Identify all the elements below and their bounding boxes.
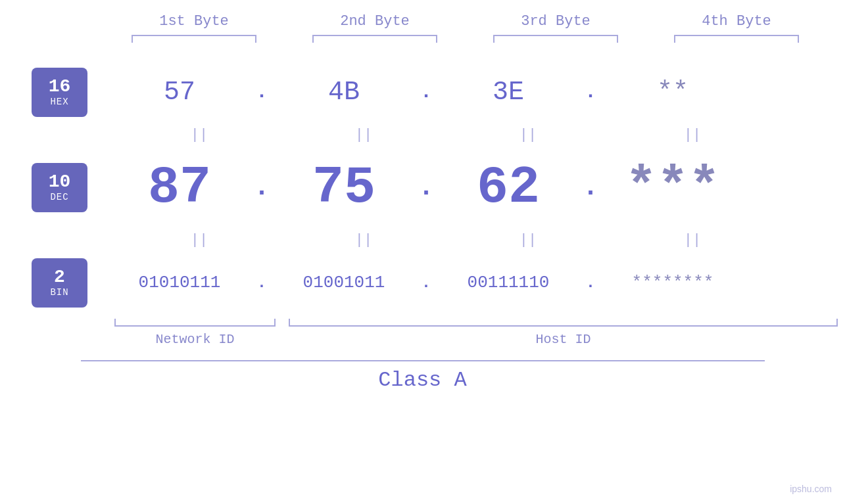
hex-byte2-value: 4B [328, 78, 360, 107]
network-id-label: Network ID [114, 332, 276, 347]
bottom-brackets [114, 319, 838, 327]
byte1-label: 1st Byte [122, 13, 266, 30]
bin-badge-label: BIN [50, 287, 68, 298]
hex-badge: 16 HEX [32, 68, 87, 117]
top-brackets [104, 35, 827, 43]
bracket-gap [276, 319, 289, 327]
bin-values: 01010111 . 01001011 . 00111110 . *******… [107, 273, 845, 292]
id-labels: Network ID Host ID [114, 332, 838, 347]
byte3-label: 3rd Byte [483, 13, 628, 30]
dec-byte2-value: 75 [312, 158, 375, 218]
hex-byte3-cell: 3E [436, 78, 581, 107]
eq2-b2: || [291, 232, 436, 248]
dec-byte4-cell: *** [600, 158, 745, 218]
dec-byte1-value: 87 [148, 158, 211, 218]
hex-dot2: . [416, 81, 436, 103]
bin-dot2: . [416, 274, 436, 292]
watermark: ipshu.com [790, 484, 832, 494]
dec-badge: 10 DEC [32, 163, 87, 212]
dec-dot1: . [252, 173, 272, 202]
hex-row: 16 HEX 57 . 4B . 3E . ** [0, 62, 845, 122]
bottom-bracket-area: Network ID Host ID [114, 319, 838, 347]
bin-byte1-cell: 01010111 [107, 273, 252, 292]
bin-badge: 2 BIN [32, 258, 87, 308]
dec-dot3: . [581, 173, 600, 202]
bin-byte3-cell: 00111110 [436, 273, 581, 292]
hex-byte2-cell: 4B [272, 78, 416, 107]
bin-byte4-value: ******** [632, 273, 714, 292]
eq1-b1: || [127, 127, 272, 143]
hex-badge-number: 16 [49, 77, 71, 97]
network-bracket [114, 319, 276, 327]
byte4-label: 4th Byte [664, 13, 809, 30]
hex-byte4-cell: ** [600, 78, 745, 107]
equals-row-2: || || || || [0, 227, 845, 253]
host-id-label: Host ID [289, 332, 838, 347]
equals-area-1: || || || || [127, 127, 845, 143]
dec-badge-number: 10 [49, 172, 71, 193]
hex-values: 57 . 4B . 3E . ** [107, 78, 845, 107]
dec-row: 10 DEC 87 . 75 . 62 . *** [0, 148, 845, 227]
dec-badge-label: DEC [50, 192, 68, 202]
bin-byte4-cell: ******** [600, 273, 745, 292]
bin-byte2-cell: 01001011 [272, 273, 416, 292]
bin-badge-number: 2 [54, 267, 65, 288]
byte2-label: 2nd Byte [302, 13, 447, 30]
hex-dot1: . [252, 81, 272, 103]
host-bracket [289, 319, 838, 327]
class-label: Class A [81, 368, 765, 392]
hex-byte4-value: ** [657, 78, 688, 107]
hex-byte1-cell: 57 [107, 78, 252, 107]
eq2-b3: || [456, 232, 600, 248]
main-container: 1st Byte 2nd Byte 3rd Byte 4th Byte 16 H… [0, 0, 845, 504]
bin-byte2-value: 01001011 [303, 273, 385, 292]
dec-dot2: . [416, 173, 436, 202]
hex-byte1-value: 57 [164, 78, 195, 107]
class-line [81, 360, 765, 361]
hex-badge-label: HEX [50, 97, 68, 107]
bracket-byte3 [493, 35, 618, 43]
hex-dot3: . [581, 81, 600, 103]
eq1-b4: || [620, 127, 765, 143]
eq1-b2: || [291, 127, 436, 143]
bracket-byte4 [674, 35, 799, 43]
bracket-byte2 [312, 35, 437, 43]
hex-byte3-value: 3E [493, 78, 524, 107]
equals-area-2: || || || || [127, 232, 845, 248]
bin-byte3-value: 00111110 [468, 273, 550, 292]
bracket-byte1 [132, 35, 256, 43]
dec-values: 87 . 75 . 62 . *** [107, 158, 845, 218]
bin-row: 2 BIN 01010111 . 01001011 . 00111110 . *… [0, 253, 845, 312]
dec-byte3-value: 62 [477, 158, 540, 218]
bin-dot3: . [581, 274, 600, 292]
eq2-b1: || [127, 232, 272, 248]
label-gap [276, 332, 289, 347]
dec-byte2-cell: 75 [272, 158, 416, 218]
bin-dot1: . [252, 274, 272, 292]
dec-byte4-value: *** [625, 158, 720, 218]
dec-byte3-cell: 62 [436, 158, 581, 218]
eq1-b3: || [456, 127, 600, 143]
eq2-b4: || [620, 232, 765, 248]
equals-row-1: || || || || [0, 122, 845, 148]
dec-byte1-cell: 87 [107, 158, 252, 218]
bin-byte1-value: 01010111 [139, 273, 221, 292]
byte-headers: 1st Byte 2nd Byte 3rd Byte 4th Byte [104, 13, 827, 30]
